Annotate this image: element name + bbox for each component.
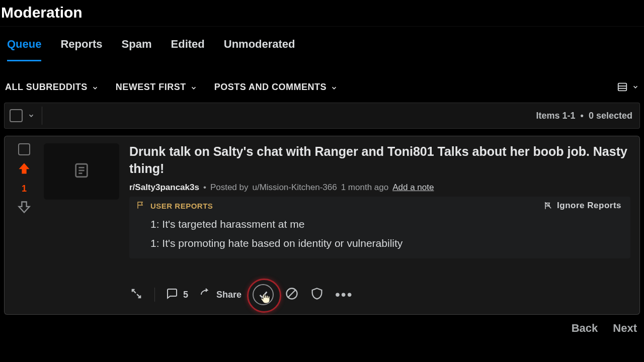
filter-subreddits-label: ALL SUBREDDITS	[5, 82, 88, 93]
expand-crosspost-icon[interactable]	[129, 287, 143, 303]
text-post-icon	[73, 162, 90, 181]
user-reports-label: USER REPORTS	[150, 202, 213, 210]
report-reason: 1: It's promoting hate based on identity…	[150, 237, 621, 249]
downvote-button[interactable]	[17, 200, 31, 216]
divider	[154, 288, 155, 302]
chevron-down-icon	[331, 83, 338, 90]
ignore-reports-button[interactable]: Ignore Reports	[544, 201, 621, 211]
shield-button[interactable]	[310, 287, 324, 303]
author-link[interactable]: u/Mission-Kitchen-366	[252, 183, 337, 193]
vote-column: 1	[5, 136, 44, 314]
post-age: 1 month ago	[341, 183, 389, 193]
add-note-link[interactable]: Add a note	[392, 183, 434, 193]
filter-type-label: POSTS AND COMMENTS	[214, 82, 327, 93]
tab-reports[interactable]: Reports	[60, 38, 102, 61]
post-thumbnail[interactable]	[44, 143, 119, 200]
page-title: Moderation	[0, 0, 644, 26]
items-count: Items 1-1 • 0 selected	[536, 111, 632, 121]
pager-next[interactable]: Next	[613, 322, 637, 335]
moderation-item: 1 Drunk talk on Salty's chat with Ranger…	[4, 136, 640, 315]
share-icon	[199, 288, 211, 302]
tab-edited[interactable]: Edited	[171, 38, 205, 61]
share-button[interactable]: Share	[199, 288, 242, 302]
tab-spam[interactable]: Spam	[122, 38, 152, 61]
tab-unmoderated[interactable]: Unmoderated	[224, 38, 295, 61]
tab-queue[interactable]: Queue	[7, 38, 41, 61]
filter-type[interactable]: POSTS AND COMMENTS	[214, 82, 338, 93]
items-range: Items 1-1	[536, 111, 576, 121]
chevron-down-icon	[632, 83, 639, 90]
meta-separator: •	[203, 183, 206, 193]
pager-back[interactable]: Back	[572, 322, 598, 335]
select-all-bar: Items 1-1 • 0 selected	[4, 103, 640, 129]
action-row: 5 Share •••	[129, 280, 630, 310]
posted-by-prefix: Posted by	[210, 183, 249, 193]
chevron-down-icon	[190, 83, 197, 90]
separator-dot: •	[581, 111, 584, 121]
tabs: Queue Reports Spam Edited Unmoderated	[0, 26, 644, 61]
post-title[interactable]: Drunk talk on Salty's chat with Ranger a…	[129, 143, 630, 177]
post-content: Drunk talk on Salty's chat with Ranger a…	[119, 136, 639, 314]
filter-bar: ALL SUBREDDITS NEWEST FIRST POSTS AND CO…	[0, 61, 644, 100]
list-view-icon	[617, 81, 628, 93]
filter-sort-label: NEWEST FIRST	[116, 82, 186, 93]
remove-button[interactable]	[285, 287, 299, 303]
comments-button[interactable]: 5	[166, 288, 188, 302]
view-mode-toggle[interactable]	[617, 81, 639, 93]
more-actions-button[interactable]: •••	[335, 287, 353, 303]
report-reason: 1: It's targeted harassment at me	[150, 218, 621, 230]
post-meta: r/Salty3pancak3s • Posted by u/Mission-K…	[129, 183, 630, 193]
chevron-down-icon[interactable]	[28, 112, 35, 119]
upvote-button[interactable]	[17, 161, 31, 177]
ignore-reports-label: Ignore Reports	[557, 201, 621, 211]
approve-button[interactable]	[253, 284, 274, 305]
comments-count: 5	[183, 290, 188, 300]
comment-icon	[166, 288, 178, 302]
svg-line-11	[288, 290, 295, 297]
highlight-ring	[247, 279, 281, 313]
subreddit-link[interactable]: r/Salty3pancak3s	[129, 183, 199, 193]
share-label: Share	[216, 290, 242, 300]
post-score: 1	[22, 184, 27, 194]
svg-rect-0	[618, 83, 627, 91]
pager: Back Next	[0, 322, 637, 335]
user-reports-box: USER REPORTS Ignore Reports 1: It's targ…	[129, 197, 630, 258]
item-checkbox[interactable]	[18, 143, 30, 155]
filter-sort[interactable]: NEWEST FIRST	[116, 82, 197, 93]
chevron-down-icon	[92, 83, 99, 90]
divider	[42, 107, 42, 125]
filter-subreddits[interactable]: ALL SUBREDDITS	[5, 82, 99, 93]
flag-icon	[136, 201, 145, 211]
items-selected: 0 selected	[589, 111, 632, 121]
select-all-checkbox[interactable]	[10, 109, 23, 122]
